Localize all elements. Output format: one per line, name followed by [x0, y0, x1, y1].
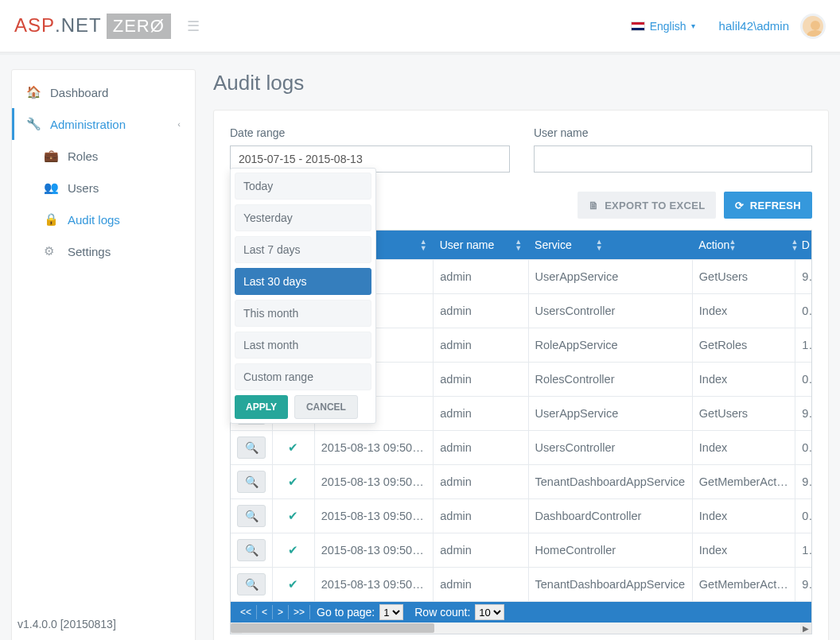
cell-service: UserAppService: [528, 260, 692, 294]
date-apply-button[interactable]: APPLY: [235, 395, 288, 419]
cell-time: 2015-08-13 09:50:21: [314, 533, 434, 568]
pager-page-select[interactable]: 1: [379, 604, 403, 620]
cell-service: TenantDashboardAppService: [528, 568, 692, 602]
horizontal-scrollbar[interactable]: ◀ ▶: [231, 623, 811, 634]
date-range-label: Date range: [230, 126, 510, 139]
view-row-button[interactable]: 🔍: [237, 471, 266, 493]
pager-next[interactable]: >: [273, 605, 289, 619]
table-row: 🔍✔2015-08-13 09:50:22adminTenantDashboar…: [231, 465, 811, 499]
sidebar-item-label: Roles: [68, 149, 98, 163]
view-row-button[interactable]: 🔍: [237, 573, 266, 595]
preset-last-30-days[interactable]: Last 30 days: [235, 268, 371, 295]
cell-service: UsersController: [528, 431, 692, 465]
cell-d: 1: [795, 533, 811, 568]
sidebar: 🏠 Dashboard 🔧 Administration ‹ 💼 Roles 👥…: [11, 69, 196, 640]
status-ok-icon: ✔: [288, 440, 298, 454]
sidebar-item-settings[interactable]: ⚙ Settings: [12, 235, 195, 267]
pager-rowcount-select[interactable]: 10: [475, 604, 504, 620]
column-action[interactable]: Action▲▼: [692, 231, 795, 260]
pager-prev[interactable]: <: [257, 605, 273, 619]
cell-user: admin: [434, 260, 528, 294]
preset-last-month[interactable]: Last month: [235, 332, 371, 359]
column-d[interactable]: D▲▼: [795, 231, 811, 260]
cell-d: 1: [795, 328, 811, 363]
username-label: User name: [534, 126, 812, 139]
sidebar-item-dashboard[interactable]: 🏠 Dashboard: [12, 76, 195, 108]
language-selector[interactable]: English ▾: [631, 20, 695, 33]
sidebar-item-roles[interactable]: 💼 Roles: [12, 140, 195, 172]
search-icon: 🔍: [245, 578, 259, 591]
search-icon: 🔍: [245, 441, 259, 454]
date-cancel-button[interactable]: CANCEL: [294, 395, 358, 419]
search-icon: 🔍: [245, 544, 259, 557]
scroll-right-icon[interactable]: ▶: [800, 623, 811, 634]
export-excel-button[interactable]: 🗎 EXPORT TO EXCEL: [578, 192, 717, 219]
sidebar-item-administration[interactable]: 🔧 Administration ‹: [12, 108, 195, 140]
cell-service: RoleAppService: [528, 328, 692, 363]
pager-goto-label: Go to page:: [317, 606, 375, 619]
wrench-icon: 🔧: [26, 117, 42, 131]
logo-asp: ASP: [14, 14, 55, 37]
preset-yesterday[interactable]: Yesterday: [235, 204, 371, 231]
column-service[interactable]: Service▲▼: [528, 231, 692, 260]
cell-user: admin: [434, 294, 528, 328]
view-row-button[interactable]: 🔍: [237, 539, 266, 561]
preset-custom-range[interactable]: Custom range: [235, 363, 371, 390]
cell-service: RolesController: [528, 363, 692, 397]
page-title: Audit logs: [213, 69, 829, 95]
table-row: 🔍✔2015-08-13 09:50:21adminHomeController…: [231, 533, 811, 568]
current-user-link[interactable]: halil42\admin: [719, 19, 789, 33]
cell-action: GetMemberActivity: [692, 465, 795, 499]
app-logo: ASP.NET ZERØ: [14, 14, 171, 39]
sidebar-item-label: Settings: [68, 245, 111, 258]
cell-user: admin: [434, 328, 528, 363]
cell-d: 0: [795, 499, 811, 533]
refresh-button[interactable]: ⟳ REFRESH: [724, 192, 812, 219]
file-icon: 🗎: [589, 200, 599, 211]
cell-action: GetMemberActivity: [692, 568, 795, 602]
user-avatar[interactable]: [800, 14, 826, 39]
cell-d: 0: [795, 363, 811, 397]
cell-action: GetRoles: [692, 328, 795, 363]
cell-action: GetUsers: [692, 260, 795, 294]
cell-service: HomeController: [528, 533, 692, 568]
language-label: English: [650, 20, 686, 33]
preset-last-7-days[interactable]: Last 7 days: [235, 236, 371, 263]
date-range-dropdown: Today Yesterday Last 7 days Last 30 days…: [230, 168, 376, 424]
pager-first[interactable]: <<: [235, 605, 257, 619]
menu-toggle-icon[interactable]: ☰: [187, 17, 200, 35]
table-row: 🔍✔2015-08-13 09:50:18adminTenantDashboar…: [231, 568, 811, 602]
view-row-button[interactable]: 🔍: [237, 505, 266, 527]
cell-time: 2015-08-13 09:50:25: [314, 431, 434, 465]
home-icon: 🏠: [26, 85, 42, 99]
logo-zero: ZERØ: [107, 14, 171, 39]
cell-user: admin: [434, 397, 528, 431]
sidebar-item-label: Audit logs: [68, 213, 120, 227]
preset-today[interactable]: Today: [235, 173, 371, 200]
cell-d: 9: [795, 465, 811, 499]
pager-last[interactable]: >>: [289, 605, 310, 619]
status-ok-icon: ✔: [288, 475, 298, 488]
search-icon: 🔍: [245, 510, 259, 522]
flag-icon: [631, 21, 645, 31]
sidebar-item-audit-logs[interactable]: 🔒 Audit logs: [12, 204, 195, 235]
username-input[interactable]: [534, 145, 812, 173]
refresh-icon: ⟳: [735, 200, 744, 211]
cell-d: 9: [795, 260, 811, 294]
sidebar-item-users[interactable]: 👥 Users: [12, 172, 195, 204]
cell-d: 0: [795, 294, 811, 328]
cell-action: Index: [692, 499, 795, 533]
status-ok-icon: ✔: [288, 577, 298, 591]
chevron-down-icon: ▾: [691, 21, 695, 30]
view-row-button[interactable]: 🔍: [237, 436, 266, 459]
gear-icon: ⚙: [44, 244, 60, 258]
cell-time: 2015-08-13 09:50:18: [314, 568, 434, 602]
cell-service: UsersController: [528, 294, 692, 328]
lock-icon: 🔒: [44, 212, 60, 227]
sidebar-item-label: Users: [68, 181, 99, 195]
scroll-left-icon[interactable]: ◀: [231, 623, 242, 634]
cell-user: admin: [434, 568, 528, 602]
app-header: ASP.NET ZERØ ☰ English ▾ halil42\admin: [0, 0, 840, 52]
preset-this-month[interactable]: This month: [235, 300, 371, 327]
cell-action: Index: [692, 363, 795, 397]
